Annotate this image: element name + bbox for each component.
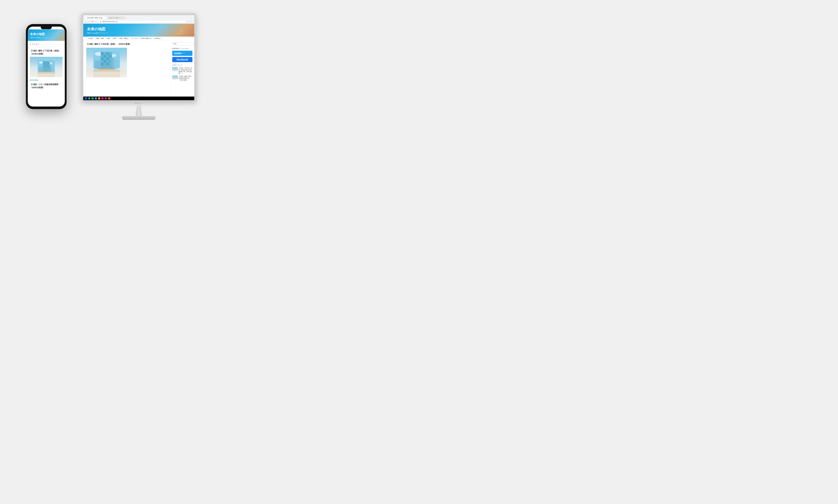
website-title: 未来の地図: [87, 26, 191, 32]
svg-rect-8: [43, 63, 44, 64]
tab-close-icon[interactable]: ×: [105, 17, 106, 18]
nav-home[interactable]: ｜HOME: [87, 37, 93, 39]
svg-rect-60: [93, 70, 120, 71]
taskbar-icon-3[interactable]: [105, 97, 107, 100]
taskbar-icon-edge[interactable]: [88, 97, 90, 100]
taskbar-icon-chrome[interactable]: [91, 97, 94, 100]
svg-rect-11: [48, 63, 49, 64]
monitor-screen: 未来の地図｜関西の主な建 ... × 観覧の主な建築プ ... × ← → ↻ …: [83, 15, 194, 100]
tab-active-label: 未来の地図｜関西の主な建 ...: [87, 17, 105, 18]
phone-status-icons: ▐▐▐ ▲ ▮▮▮: [55, 27, 63, 28]
svg-rect-45: [106, 57, 109, 60]
svg-rect-7: [48, 61, 49, 63]
nav-forum[interactable]: ｜フォラム: [130, 37, 138, 39]
monitor-brand: DELL: [82, 102, 196, 105]
svg-rect-25: [38, 72, 55, 73]
phone-notch: [41, 26, 52, 29]
svg-rect-17: [44, 66, 46, 67]
nav-shiga-kyoto[interactable]: ｜滋賀・京都: [95, 37, 104, 39]
facebook-button[interactable]: facebook: [172, 57, 193, 62]
svg-rect-14: [46, 65, 47, 66]
monitor-neck: [134, 105, 143, 116]
address-bar[interactable]: 🔒 https://mirainochizu.net: [98, 20, 186, 23]
svg-rect-18: [46, 66, 47, 67]
ranking-thumb-2: [172, 75, 178, 79]
back-button[interactable]: ←: [85, 20, 87, 23]
phone-screen: 15:57 ▐▐▐ ▲ ▮▮▮ 未来の地図 関西の主な建築プロジェクト ≡ メニ…: [28, 26, 65, 107]
bookmark-button[interactable]: ☆: [187, 20, 190, 23]
phone-article1-title: 【大阪】梅田３丁目計画（仮称）〈20/8/21更新〉: [30, 49, 63, 55]
svg-rect-10: [46, 63, 47, 64]
taskbar: [83, 96, 194, 100]
ranking-item-1: 【大阪】１MN計画（仮称）阪縦合回転総合整備新築工事〈20/8/13更新〉: [172, 67, 193, 74]
svg-rect-58: [94, 61, 101, 69]
desktop-article-title: 【大阪】梅田３丁目計画（仮称）〈20/8/21更新〉: [86, 42, 167, 46]
monitor-mockup: 未来の地図｜関西の主な建 ... × 観覧の主な建築プ ... × ← → ↻ …: [82, 13, 196, 120]
desktop-article-image: [86, 48, 127, 77]
taskbar-icon-4[interactable]: [108, 97, 110, 100]
start-button[interactable]: [85, 97, 87, 100]
svg-point-26: [180, 29, 183, 32]
monitor-base: [122, 116, 156, 120]
svg-rect-21: [49, 65, 51, 72]
svg-rect-51: [101, 63, 103, 65]
nav-contact[interactable]: ｜お問合せ: [153, 37, 161, 39]
monitor-bezel: 未来の地図｜関西の主な建 ... × 観覧の主な建築プ ... × ← → ↻ …: [82, 13, 196, 101]
svg-rect-23: [39, 67, 43, 72]
ranking-text-1: 【大阪】１MN計画（仮称）阪縦合回転総合整備新築工事〈20/8/13更新〉: [179, 67, 193, 74]
nav-more[interactable]: ↓: [162, 38, 163, 39]
taskbar-icon-mail[interactable]: [95, 97, 97, 100]
phone-read-more-link[interactable]: 続きを読む: [30, 78, 63, 81]
phone-article1-image: [30, 57, 63, 77]
svg-rect-36: [104, 52, 106, 55]
svg-rect-5: [44, 61, 46, 63]
svg-rect-4: [43, 61, 44, 63]
svg-rect-42: [109, 55, 111, 57]
lock-icon: 🔒: [100, 21, 102, 22]
website-sidebar: 🔍 最新情報をフォローする twitter 🐦 face: [170, 40, 194, 96]
twitter-bird-icon: 🐦: [183, 52, 186, 55]
phone-device: 15:57 ▐▐▐ ▲ ▮▮▮ 未来の地図 関西の主な建築プロジェクト ≡ メニ…: [26, 24, 67, 109]
ranking-item-2: 【大阪】近畿大学苦学院病院新増備計画〈20/8/19更新〉: [172, 75, 193, 81]
phone-content: 【大阪】梅田３丁目計画（仮称）〈20/8/21更新〉: [28, 47, 65, 107]
website-main: 【大阪】梅田３丁目計画（仮称）〈20/8/21更新〉: [83, 40, 194, 96]
svg-rect-40: [104, 55, 106, 57]
browser-tab-active[interactable]: 未来の地図｜関西の主な建 ... ×: [85, 16, 107, 19]
signal-icon: ▐▐▐: [55, 27, 58, 28]
taskbar-icon-2[interactable]: [102, 97, 104, 100]
svg-rect-47: [101, 60, 103, 62]
svg-rect-22: [51, 67, 53, 72]
taskbar-icon-1[interactable]: [98, 97, 100, 100]
browser-tab-inactive[interactable]: 観覧の主な建築プ ... ×: [107, 16, 125, 19]
hamburger-icon: ≡: [30, 43, 31, 45]
tab-close-icon-2[interactable]: ×: [122, 17, 123, 18]
phone-menu[interactable]: ≡ メニュー: [28, 41, 65, 47]
nav-nara[interactable]: ｜奈良・和歌山: [118, 37, 128, 39]
phone-mockup: 15:57 ▐▐▐ ▲ ▮▮▮ 未来の地図 関西の主な建築プロジェクト ≡ メニ…: [26, 24, 67, 109]
follow-label: 最新情報をフォローする: [172, 48, 193, 50]
browser-tabs: 未来の地図｜関西の主な建 ... × 観覧の主な建築プ ... ×: [85, 16, 193, 19]
website-header: 未来の地図 関西の主な建築プロジェクト: [83, 24, 194, 37]
svg-rect-43: [101, 57, 103, 60]
reload-button[interactable]: ↻: [91, 20, 94, 23]
svg-rect-16: [43, 66, 44, 67]
website-nav: ｜HOME ｜滋賀・京都 ｜大阪 ｜兵庫 ｜奈良・和歌山 ｜フォラム ｜未来の地…: [83, 37, 194, 40]
svg-rect-38: [109, 52, 111, 55]
svg-rect-39: [101, 55, 103, 57]
twitter-button[interactable]: twitter 🐦: [172, 51, 193, 56]
nav-about[interactable]: ｜未来の地図とは: [140, 37, 151, 39]
nav-hyogo[interactable]: ｜兵庫: [112, 37, 116, 39]
search-input[interactable]: [172, 42, 194, 45]
url-text: https://mirainochizu.net: [102, 21, 118, 22]
ranking-thumb-1: [172, 67, 178, 71]
nav-osaka[interactable]: ｜大阪: [105, 37, 110, 39]
menu-button[interactable]: ⋮: [190, 20, 193, 23]
phone-article2-title: 【大阪】イオン京橋店跡地開発〈20/8/18更新〉: [30, 83, 63, 89]
svg-rect-41: [106, 55, 109, 57]
forward-button[interactable]: →: [88, 20, 91, 23]
svg-rect-12: [43, 65, 44, 66]
phone-site-subtitle: 関西の主な建築プロジェクト: [30, 37, 63, 39]
svg-rect-44: [104, 57, 106, 60]
home-button[interactable]: ⌂: [95, 20, 97, 23]
facebook-text: facebook: [177, 58, 188, 61]
